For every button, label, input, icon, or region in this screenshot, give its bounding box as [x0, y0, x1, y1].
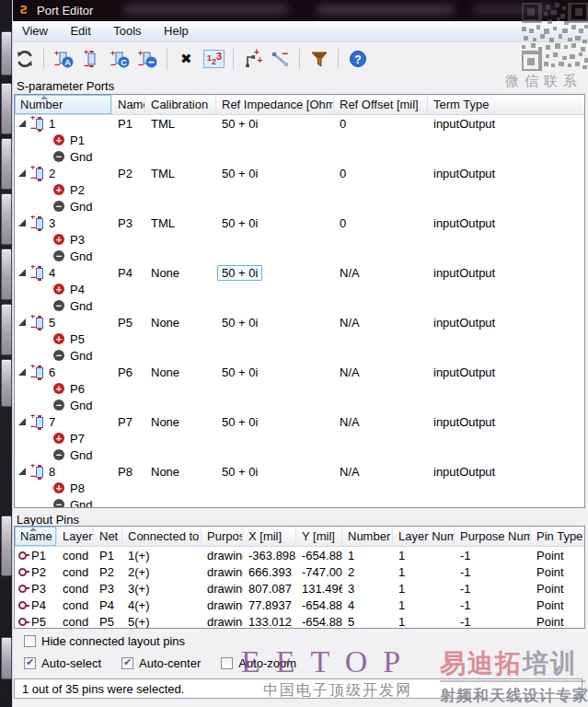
port-impedance-cell[interactable]: 50 + 0i: [216, 316, 334, 330]
sparam-port-row[interactable]: +−8P8None50 + 0iN/AinputOutput: [15, 463, 584, 480]
tree-expander-icon[interactable]: [18, 120, 26, 127]
sparam-port-row[interactable]: +−7P7None50 + 0iN/AinputOutput: [15, 413, 584, 430]
gnd-terminal-row[interactable]: −Gnd: [15, 347, 584, 364]
layout-pins-section-label: Layout Pins: [17, 513, 79, 527]
column-header-purpose-num[interactable]: Purpose Num: [455, 527, 531, 546]
column-header-x[interactable]: X [mil]: [243, 527, 296, 546]
refresh-icon[interactable]: [13, 47, 37, 71]
port-impedance-cell[interactable]: 50 + 0i: [216, 265, 334, 281]
plus-terminal-row[interactable]: +P2: [15, 181, 584, 198]
column-header-ref-offset[interactable]: Ref Offset [mil]: [334, 95, 428, 114]
port-offset-cell: N/A: [334, 266, 428, 280]
column-header-pin-type[interactable]: Pin Type: [531, 527, 584, 546]
remove-pins-icon[interactable]: −: [269, 47, 293, 71]
filter-icon[interactable]: [307, 47, 331, 71]
column-header-name[interactable]: Name: [112, 95, 145, 114]
plus-terminal-row[interactable]: +P7: [15, 430, 584, 446]
renumber-icon[interactable]: 1 2 3: [202, 47, 226, 71]
column-header-ref-impedance[interactable]: Ref Impedance [Ohm]: [216, 95, 334, 114]
column-header-net[interactable]: Net: [94, 527, 122, 546]
titlebar[interactable]: Ƨ Port Editor: [13, 0, 588, 21]
port-impedance-cell[interactable]: 50 + 0i: [216, 465, 334, 479]
port-calibration-cell: None: [145, 316, 216, 330]
layout-pin-row[interactable]: P3condP33(+)drawing807.087131.49631-1Poi…: [15, 580, 584, 597]
plus-terminal-row[interactable]: +P8: [15, 480, 584, 496]
menu-help[interactable]: Help: [155, 21, 198, 41]
sparam-port-row[interactable]: +−5P5None50 + 0iN/AinputOutput: [15, 314, 584, 330]
plus-terminal-row[interactable]: +P4: [15, 281, 584, 297]
pin-pin_type-cell: Point: [531, 598, 584, 612]
layout-pin-row[interactable]: P5condP55(+)drawing133.012-654.88251-1Po…: [15, 614, 584, 629]
column-header-y[interactable]: Y [mil]: [296, 527, 342, 546]
port-impedance-cell[interactable]: 50 + 0i: [216, 167, 334, 180]
sparam-port-row[interactable]: +−3P3TML50 + 0i0inputOutput: [15, 214, 584, 231]
column-header-pin-number[interactable]: Number: [342, 527, 393, 546]
port-termtype-cell: inputOutput: [428, 415, 584, 429]
layout-pin-row[interactable]: P4condP44(+)drawing77.8937-654.88241-1Po…: [15, 597, 584, 614]
tree-expander-icon[interactable]: [18, 219, 26, 226]
gnd-terminal-row[interactable]: −Gnd: [15, 297, 584, 314]
tree-expander-icon[interactable]: [18, 468, 26, 475]
sparam-port-row[interactable]: +−4P4None50 + 0iN/AinputOutput: [15, 264, 584, 281]
add-pins-icon[interactable]: + +: [241, 47, 265, 71]
column-header-calibration[interactable]: Calibration: [145, 95, 216, 114]
column-header-layer[interactable]: Layer: [57, 527, 94, 546]
menu-view[interactable]: View: [13, 21, 57, 41]
port-icon: +−: [30, 166, 45, 181]
add-port-icon[interactable]: + −: [79, 47, 103, 71]
pin-name: P3: [31, 582, 46, 596]
background-strip-button: [1, 516, 12, 576]
plus-terminal-row[interactable]: +P6: [15, 380, 584, 397]
svg-text:C: C: [121, 58, 127, 67]
sparam-port-row[interactable]: +−1P1TML50 + 0i0inputOutput: [15, 115, 584, 132]
gnd-terminal-row[interactable]: −Gnd: [15, 496, 584, 508]
tree-expander-icon[interactable]: [18, 319, 26, 326]
hide-connected-checkbox[interactable]: [24, 635, 36, 647]
port-offset-cell: N/A: [334, 415, 428, 429]
column-header-number[interactable]: Number: [15, 95, 112, 114]
column-header-pin-name[interactable]: Name: [15, 527, 57, 546]
tree-expander-icon[interactable]: [18, 418, 26, 425]
gnd-terminal-row[interactable]: −Gnd: [15, 198, 584, 214]
impedance-value[interactable]: 50 + 0i: [217, 265, 262, 281]
gnd-terminal-row[interactable]: −Gnd: [15, 148, 584, 165]
auto-zoom-checkbox[interactable]: [221, 657, 233, 669]
gnd-terminal-row[interactable]: −Gnd: [15, 397, 584, 413]
pin-y-cell: 131.496: [296, 582, 342, 596]
port-impedance-cell[interactable]: 50 + 0i: [216, 415, 334, 429]
column-header-term-type[interactable]: Term Type: [428, 95, 584, 114]
sparam-port-row[interactable]: +−6P6None50 + 0iN/AinputOutput: [15, 364, 584, 380]
column-header-connected-to[interactable]: Connected to: [122, 527, 202, 546]
layout-pin-row[interactable]: P2condP22(+)drawing666.393-747.00821-1Po…: [15, 563, 584, 580]
port-number: 6: [49, 365, 55, 379]
plus-terminal-row[interactable]: +P3: [15, 231, 584, 248]
calibrate-port-icon[interactable]: + − C: [108, 47, 132, 71]
gnd-terminal-row[interactable]: −Gnd: [15, 446, 584, 463]
auto-center-checkbox[interactable]: [121, 657, 133, 669]
menu-edit[interactable]: Edit: [61, 21, 99, 41]
pin-x-cell: -363.898: [243, 549, 296, 562]
delete-icon[interactable]: ✖: [174, 47, 198, 71]
menu-tools[interactable]: Tools: [104, 21, 150, 41]
gnd-terminal-row[interactable]: −Gnd: [15, 248, 584, 264]
port-impedance-cell[interactable]: 50 + 0i: [216, 365, 334, 379]
plus-terminal-row[interactable]: +P5: [15, 330, 584, 347]
tree-expander-icon[interactable]: [18, 269, 26, 276]
pin-connected_to-cell: 3(+): [122, 582, 202, 596]
port-impedance-cell[interactable]: 50 + 0i: [216, 216, 334, 230]
column-header-purpose[interactable]: Purpose: [202, 527, 243, 546]
add-port-auto-icon[interactable]: + − A: [52, 47, 75, 71]
plus-terminal-row[interactable]: +P1: [15, 132, 584, 148]
remove-port-icon[interactable]: + −: [135, 47, 159, 71]
port-impedance-cell[interactable]: 50 + 0i: [216, 117, 334, 131]
terminal-label: P2: [70, 183, 85, 197]
tree-expander-icon[interactable]: [18, 368, 26, 376]
auto-select-checkbox[interactable]: [24, 657, 36, 669]
sparam-port-row[interactable]: +−2P2TML50 + 0i0inputOutput: [15, 165, 584, 181]
column-header-layer-num[interactable]: Layer Num: [393, 527, 455, 546]
pin-layer-cell: cond: [57, 565, 94, 579]
help-icon[interactable]: ?: [346, 47, 370, 71]
layout-pin-row[interactable]: P1condP11(+)drawing-363.898-654.88211-1P…: [15, 547, 584, 563]
tree-expander-icon[interactable]: [18, 169, 26, 177]
terminal-label: P6: [70, 382, 85, 396]
